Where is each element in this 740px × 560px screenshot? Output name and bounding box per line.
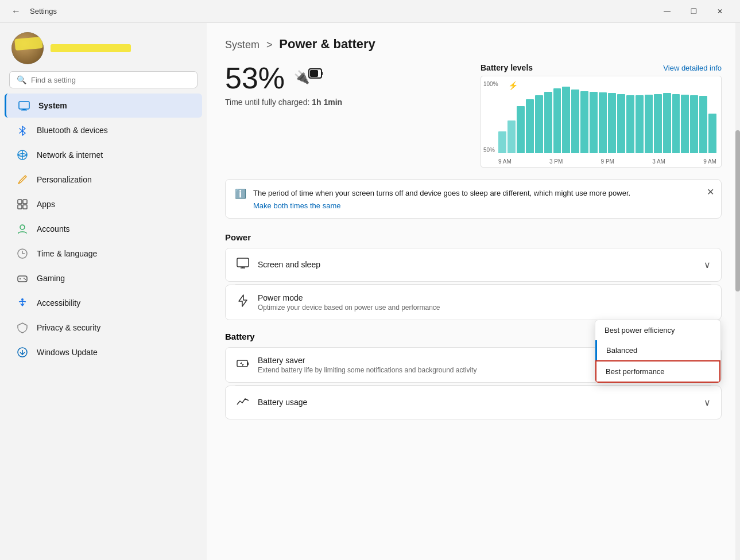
- chart-bar-16: [645, 95, 653, 153]
- sidebar-item-windows-update[interactable]: Windows Update: [5, 340, 202, 364]
- battery-usage-info: Battery usage: [258, 398, 696, 407]
- svg-point-9: [20, 225, 25, 230]
- breadcrumb-current: Power & battery: [279, 37, 375, 51]
- info-close-button[interactable]: ✕: [707, 186, 714, 197]
- svg-point-18: [21, 298, 24, 301]
- search-box[interactable]: 🔍: [9, 71, 197, 88]
- breadcrumb-parent[interactable]: System: [225, 39, 259, 50]
- chart-xaxis: 9 AM 3 PM 9 PM 3 AM 9 AM: [498, 158, 716, 165]
- chart-bar-18: [663, 93, 671, 153]
- sidebar-item-apps-label: Apps: [37, 200, 55, 209]
- sidebar-item-personalization-label: Personalization: [37, 175, 92, 184]
- sidebar-item-system-label: System: [38, 101, 67, 110]
- sidebar-item-privacy[interactable]: Privacy & security: [5, 316, 202, 340]
- back-button[interactable]: ←: [7, 4, 25, 19]
- svg-rect-6: [23, 200, 27, 204]
- close-button[interactable]: ✕: [707, 2, 733, 21]
- info-text: The period of time when your screen turn…: [253, 189, 630, 197]
- power-mode-card: Power mode Optimize your device based on…: [225, 285, 722, 320]
- power-mode-desc: Optimize your device based on power use …: [258, 304, 711, 312]
- app-container: 🔍 System Bluetooth & devices: [0, 23, 740, 560]
- chart-bar-23: [708, 114, 716, 153]
- chart-x-3: 9 PM: [601, 158, 614, 165]
- view-detailed-info-link[interactable]: View detailed info: [663, 64, 722, 72]
- battery-saver-icon: [236, 356, 250, 373]
- svg-rect-0: [19, 102, 29, 109]
- scrollbar-thumb[interactable]: [735, 130, 740, 291]
- screen-sleep-icon: [236, 256, 250, 273]
- svg-rect-24: [237, 258, 249, 267]
- svg-rect-7: [18, 205, 22, 209]
- privacy-icon: [16, 321, 29, 334]
- balanced-label: Balanced: [606, 346, 637, 355]
- maximize-button[interactable]: ❐: [680, 2, 707, 21]
- screen-sleep-info: Screen and sleep: [258, 260, 696, 269]
- chart-bar-21: [690, 95, 698, 153]
- search-input[interactable]: [31, 76, 190, 84]
- chart-bar-9: [580, 91, 588, 153]
- sidebar-item-time[interactable]: Time & language: [5, 242, 202, 266]
- sidebar-item-network[interactable]: Network & internet: [5, 143, 202, 167]
- sidebar-item-gaming[interactable]: Gaming: [5, 266, 202, 290]
- chart-bar-0: [498, 131, 506, 153]
- chart-bar-1: [507, 120, 516, 153]
- charge-time-value: 1h 1min: [312, 98, 342, 107]
- network-icon: [16, 149, 29, 161]
- sidebar-item-system[interactable]: System: [5, 94, 202, 118]
- efficiency-label: Best power efficiency: [605, 326, 675, 335]
- svg-rect-13: [18, 276, 27, 282]
- sidebar-nav: System Bluetooth & devices Network & int…: [0, 93, 207, 365]
- gaming-icon: [16, 272, 29, 285]
- power-mode-info: Power mode Optimize your device based on…: [258, 293, 711, 312]
- chart-y-100: 100%: [483, 81, 498, 87]
- chart-y-50: 50%: [483, 147, 498, 153]
- battery-saver-desc: Extend battery life by limiting some not…: [258, 366, 637, 374]
- svg-rect-8: [23, 205, 27, 209]
- sidebar-item-accounts[interactable]: Accounts: [5, 217, 202, 241]
- dropdown-item-efficiency[interactable]: Best power efficiency: [595, 320, 720, 340]
- chart-bar-20: [681, 95, 689, 153]
- svg-rect-28: [247, 363, 249, 365]
- battery-percentage-row: 53% 🔌: [225, 63, 342, 93]
- battery-usage-row[interactable]: Battery usage ∨: [226, 386, 721, 419]
- chart-x-4: 3 AM: [652, 158, 665, 165]
- personalization-icon: [16, 173, 29, 186]
- chart-bar-3: [526, 99, 534, 154]
- battery-usage-chevron: ∨: [704, 397, 711, 408]
- chart-header: Battery levels View detailed info: [481, 63, 722, 72]
- chart-yaxis: 100% 50%: [483, 81, 498, 153]
- sidebar-item-bluetooth[interactable]: Bluetooth & devices: [5, 118, 202, 142]
- dropdown-item-balanced[interactable]: Balanced: [595, 340, 720, 360]
- sidebar-item-network-label: Network & internet: [37, 150, 103, 160]
- main-content: System > Power & battery 53% 🔌: [207, 23, 740, 560]
- sidebar-item-accessibility[interactable]: Accessibility: [5, 291, 202, 315]
- battery-usage-icon: [236, 394, 250, 411]
- accessibility-icon: [16, 297, 29, 309]
- chart-bar-4: [535, 95, 543, 153]
- battery-percentage: 53%: [225, 63, 285, 93]
- sidebar-item-bluetooth-label: Bluetooth & devices: [37, 126, 108, 135]
- charge-time: Time until fully charged: 1h 1min: [225, 98, 342, 107]
- chart-title: Battery levels: [481, 63, 533, 72]
- sidebar-item-apps[interactable]: Apps: [5, 192, 202, 216]
- chart-bar-2: [517, 106, 525, 153]
- minimize-button[interactable]: —: [654, 2, 680, 21]
- chart-bar-12: [608, 93, 616, 153]
- chart-bars: [498, 81, 716, 153]
- chart-bar-10: [590, 92, 598, 153]
- charge-pin-icon: ⚡: [508, 81, 518, 90]
- power-mode-row[interactable]: Power mode Optimize your device based on…: [226, 285, 721, 320]
- screen-sleep-row[interactable]: Screen and sleep ∨: [226, 248, 721, 281]
- accounts-icon: [16, 223, 29, 235]
- sidebar-item-accessibility-label: Accessibility: [37, 298, 80, 308]
- titlebar: ← Settings — ❐ ✕: [0, 0, 740, 23]
- sidebar-item-personalization[interactable]: Personalization: [5, 168, 202, 192]
- chart-bar-22: [699, 96, 707, 153]
- make-same-times-link[interactable]: Make both times the same: [253, 201, 630, 210]
- battery-chart: ⚡ 100% 50% 9 AM 3 PM 9 PM 3 AM 9 AM: [481, 76, 722, 168]
- chart-bar-5: [544, 92, 552, 153]
- sidebar-item-accounts-label: Accounts: [37, 224, 70, 234]
- sidebar-item-windows-update-label: Windows Update: [37, 348, 98, 357]
- app-title: Settings: [30, 7, 57, 15]
- dropdown-item-performance[interactable]: Best performance: [595, 360, 720, 383]
